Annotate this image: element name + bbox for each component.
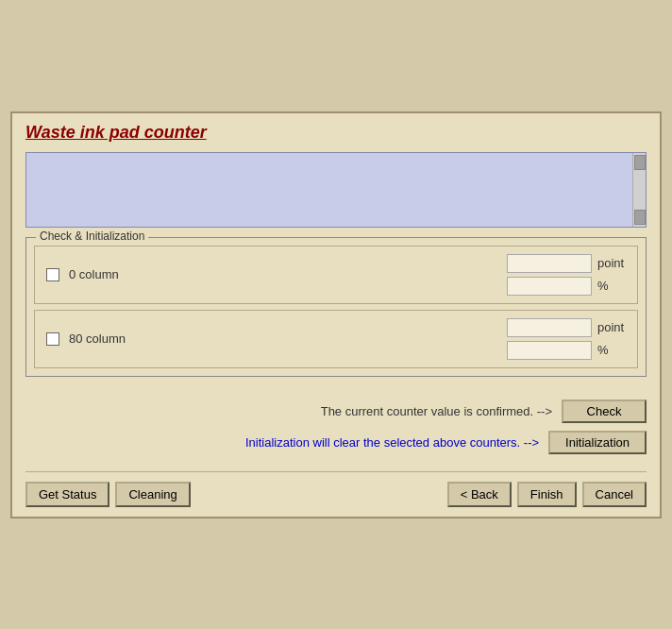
check-button[interactable]: Check: [562, 400, 647, 423]
finish-button[interactable]: Finish: [517, 482, 577, 507]
get-status-button[interactable]: Get Status: [25, 482, 109, 507]
point-label-0: point: [597, 256, 626, 270]
cleaning-button[interactable]: Cleaning: [115, 482, 190, 507]
label-0-column: 0 column: [69, 267, 182, 281]
point-label-80: point: [597, 320, 626, 334]
back-button[interactable]: < Back: [447, 482, 512, 507]
scrollbar-thumb-top: [634, 155, 646, 170]
point-input-80[interactable]: [507, 318, 592, 337]
checkbox-0-column[interactable]: [46, 268, 59, 281]
percent-row-0: %: [507, 277, 626, 296]
checkbox-80-column[interactable]: [46, 332, 59, 346]
footer-bar: Get Status Cleaning < Back Finish Cancel: [25, 471, 647, 507]
check-init-group: Check & Initialization 0 column point % …: [25, 237, 647, 377]
scrollbar[interactable]: [632, 153, 646, 227]
percent-row-80: %: [507, 341, 626, 360]
output-text-area: [25, 152, 647, 228]
counter-row-0: 0 column point %: [34, 246, 638, 304]
check-action-text: The current counter value is confirmed. …: [321, 404, 552, 418]
percent-input-0[interactable]: [507, 277, 592, 296]
check-action-row: The current counter value is confirmed. …: [25, 400, 647, 423]
init-action-text: Initialization will clear the selected a…: [245, 435, 539, 450]
label-80-column: 80 column: [69, 332, 182, 346]
action-area: The current counter value is confirmed. …: [25, 390, 647, 471]
window-title: Waste ink pad counter: [25, 123, 647, 143]
point-row-0: point: [507, 254, 626, 273]
inputs-0-column: point %: [507, 254, 626, 296]
main-window: Waste ink pad counter Check & Initializa…: [10, 111, 662, 518]
scrollbar-thumb-bottom: [634, 210, 646, 225]
percent-label-0: %: [597, 279, 626, 293]
point-input-0[interactable]: [507, 254, 592, 273]
percent-input-80[interactable]: [507, 341, 592, 360]
init-action-row: Initialization will clear the selected a…: [25, 431, 647, 454]
percent-label-80: %: [597, 343, 626, 357]
inputs-80-column: point %: [507, 318, 626, 360]
initialization-button[interactable]: Initialization: [548, 431, 647, 454]
cancel-button[interactable]: Cancel: [582, 482, 647, 507]
check-init-legend: Check & Initialization: [36, 230, 148, 243]
point-row-80: point: [507, 318, 626, 337]
counter-row-80: 80 column point %: [34, 310, 638, 368]
